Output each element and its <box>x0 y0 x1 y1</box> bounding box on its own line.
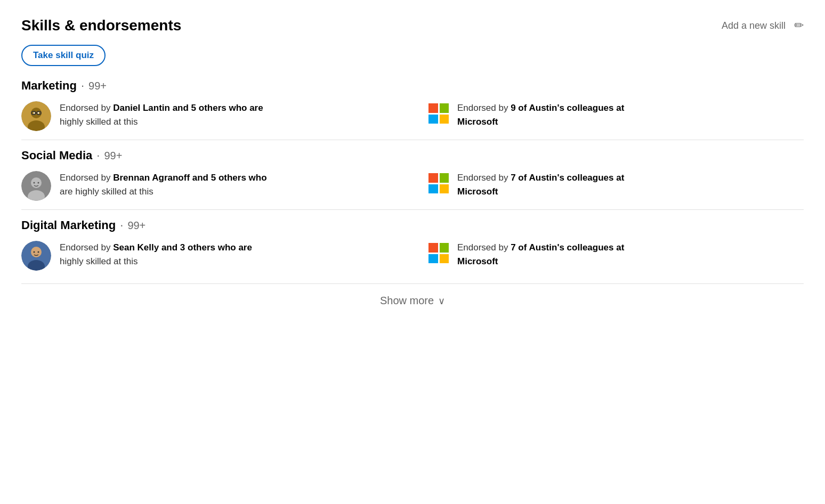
ms-green-square <box>440 173 449 183</box>
avatar <box>21 171 51 201</box>
ms-green-square <box>440 243 449 253</box>
endorsement-by-company: Endorsed by 9 of Austin's colleagues atM… <box>428 101 804 128</box>
skill-name-row: Social Media · 99+ <box>21 149 804 162</box>
microsoft-logo <box>428 173 449 193</box>
ms-red-square <box>428 243 438 253</box>
add-skill-label: Add a new skill <box>722 20 786 31</box>
section-header: Skills & endorsements Add a new skill ✏ <box>21 17 804 34</box>
avatar-sean <box>21 241 51 271</box>
skills-list: Marketing · 99+ <box>21 79 804 271</box>
svg-point-11 <box>34 182 35 184</box>
skill-item-marketing: Marketing · 99+ <box>21 79 804 131</box>
endorsement-text: Endorsed by Sean Kelly and 3 others who … <box>60 241 252 268</box>
svg-point-4 <box>38 112 39 114</box>
skill-name-row: Marketing · 99+ <box>21 79 804 93</box>
endorser-name: Daniel Lantin and 5 others who are <box>113 103 263 113</box>
ms-blue-square <box>428 115 438 124</box>
show-more-section: Show more ∨ <box>21 283 804 318</box>
endorsement-by-company: Endorsed by 7 of Austin's colleagues atM… <box>428 241 804 268</box>
endorsements-row: Endorsed by Daniel Lantin and 5 others w… <box>21 101 804 131</box>
skill-name: Marketing <box>21 79 77 93</box>
company-endorsement-text: Endorsed by 7 of Austin's colleagues atM… <box>457 241 624 268</box>
endorsement-by-person: Endorsed by Daniel Lantin and 5 others w… <box>21 101 397 131</box>
ms-yellow-square <box>440 254 449 264</box>
skills-endorsements-section: Skills & endorsements Add a new skill ✏ … <box>0 0 825 318</box>
microsoft-logo <box>428 103 449 124</box>
endorsement-by-company: Endorsed by 7 of Austin's colleagues atM… <box>428 171 804 198</box>
ms-yellow-square <box>440 184 449 194</box>
skill-name: Digital Marketing <box>21 218 116 232</box>
skill-separator: · <box>120 218 123 232</box>
endorsements-row: Endorsed by Sean Kelly and 3 others who … <box>21 241 804 271</box>
microsoft-logo <box>428 243 449 263</box>
avatar <box>21 241 51 271</box>
show-more-button[interactable]: Show more ∨ <box>380 295 445 307</box>
svg-point-16 <box>34 251 35 253</box>
skill-item-digital-marketing: Digital Marketing · 99+ <box>21 218 804 271</box>
skill-count: 99+ <box>104 150 122 162</box>
ms-blue-square <box>428 184 438 194</box>
avatar-daniel <box>21 101 51 131</box>
endorsement-by-person: Endorsed by Brennan Agranoff and 5 other… <box>21 171 397 201</box>
skill-divider <box>21 209 804 210</box>
company-endorsement-text: Endorsed by 9 of Austin's colleagues atM… <box>457 101 624 128</box>
show-more-label: Show more <box>380 295 434 307</box>
section-title: Skills & endorsements <box>21 17 181 34</box>
company-endorsement-text: Endorsed by 7 of Austin's colleagues atM… <box>457 171 624 198</box>
skill-item-social-media: Social Media · 99+ <box>21 149 804 201</box>
endorser-name: Sean Kelly and 3 others who are <box>113 242 252 253</box>
skill-divider <box>21 140 804 140</box>
ms-green-square <box>440 103 449 113</box>
company-endorser-count: 9 of Austin's colleagues atMicrosoft <box>457 103 624 127</box>
ms-blue-square <box>428 254 438 264</box>
svg-point-3 <box>34 112 35 114</box>
edit-icon[interactable]: ✏ <box>794 19 804 32</box>
endorsement-text: Endorsed by Daniel Lantin and 5 others w… <box>60 101 263 128</box>
endorsement-text: Endorsed by Brennan Agranoff and 5 other… <box>60 171 267 198</box>
company-endorser-count: 7 of Austin's colleagues atMicrosoft <box>457 173 624 197</box>
skill-count: 99+ <box>127 220 145 232</box>
take-skill-quiz-button[interactable]: Take skill quiz <box>21 45 106 66</box>
header-actions: Add a new skill ✏ <box>722 19 804 32</box>
svg-point-12 <box>38 182 39 184</box>
ms-red-square <box>428 173 438 183</box>
skill-separator: · <box>81 79 84 93</box>
company-endorser-count: 7 of Austin's colleagues atMicrosoft <box>457 242 624 266</box>
skill-separator: · <box>96 149 100 162</box>
endorsement-by-person: Endorsed by Sean Kelly and 3 others who … <box>21 241 397 271</box>
endorser-name: Brennan Agranoff and 5 others who <box>113 173 266 183</box>
chevron-down-icon: ∨ <box>438 295 445 307</box>
endorsements-row: Endorsed by Brennan Agranoff and 5 other… <box>21 171 804 201</box>
skill-name: Social Media <box>21 149 92 162</box>
skill-name-row: Digital Marketing · 99+ <box>21 218 804 232</box>
ms-yellow-square <box>440 115 449 124</box>
avatar <box>21 101 51 131</box>
ms-red-square <box>428 103 438 113</box>
skill-count: 99+ <box>88 80 107 92</box>
svg-point-17 <box>38 251 39 253</box>
avatar-brennan <box>21 171 51 201</box>
